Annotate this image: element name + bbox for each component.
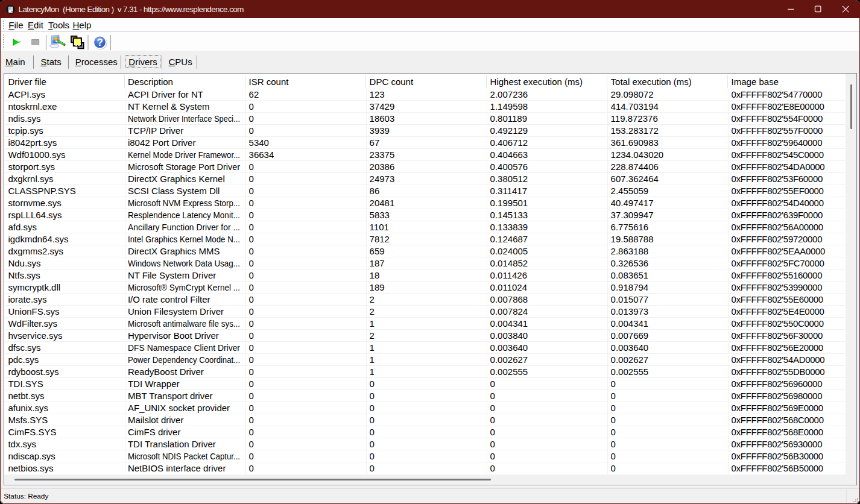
svg-text:?: ? (96, 36, 103, 48)
